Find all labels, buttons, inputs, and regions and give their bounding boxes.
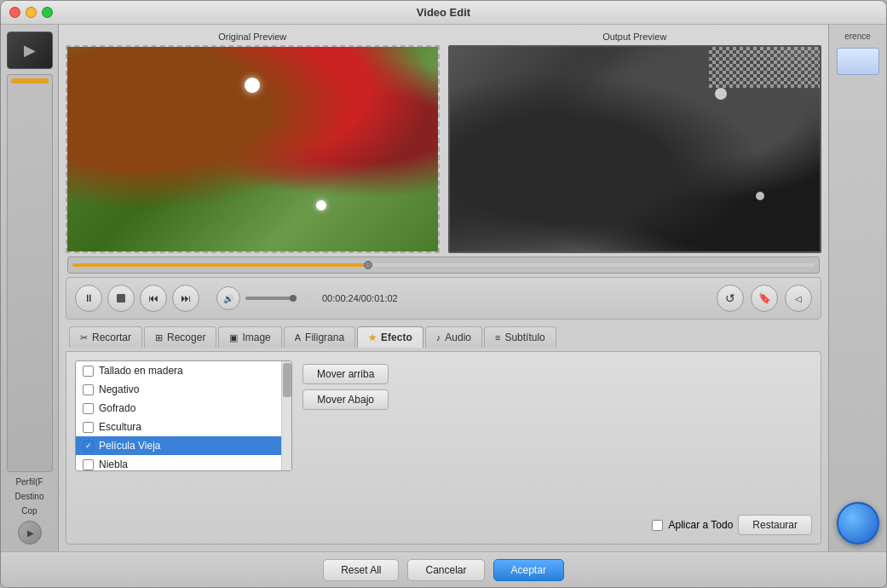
- footer-bar: Reset All Cancelar Aceptar: [1, 551, 886, 587]
- center-content: Original Preview Output Preview: [59, 25, 828, 551]
- audio-icon: ♪: [436, 332, 441, 343]
- effect-checkbox-pelicula[interactable]: ✓: [83, 441, 94, 452]
- volume-controls: 🔊 00:00:24/00:01:02: [216, 286, 398, 310]
- original-preview-label: Original Preview: [218, 32, 286, 42]
- volume-button[interactable]: 🔊: [216, 286, 240, 310]
- move-down-button[interactable]: Mover Abajo: [302, 389, 389, 410]
- recortar-icon: ✂: [80, 332, 88, 343]
- prev-button[interactable]: ⏮: [140, 285, 167, 312]
- effects-list: Tallado en madera Negativo Gofrado Escul…: [75, 360, 292, 471]
- effect-label-pelicula: Película Vieja: [99, 440, 161, 452]
- accept-button[interactable]: Aceptar: [493, 559, 564, 581]
- ref-label: erence: [844, 32, 871, 41]
- bookmark-icon: 🔖: [758, 292, 771, 304]
- pause-icon: ⏸: [84, 292, 94, 304]
- reset-all-button[interactable]: Reset All: [323, 559, 399, 581]
- destino-label: Destino: [15, 492, 44, 501]
- scroll-indicator: [11, 78, 49, 84]
- effect-item-niebla[interactable]: Niebla: [76, 455, 291, 471]
- tab-efecto[interactable]: ★ Efecto: [357, 326, 423, 348]
- image-icon: ▣: [229, 332, 238, 343]
- stop-icon: [117, 294, 125, 303]
- output-preview-video: [448, 45, 822, 253]
- blue-action-button[interactable]: [837, 502, 879, 545]
- tab-subtitulo-label: Subtítulo: [504, 331, 544, 343]
- tab-subtitulo[interactable]: ≡ Subtítulo: [484, 326, 556, 348]
- scrollbar-thumb: [283, 363, 291, 397]
- tab-recoger[interactable]: ⊞ Recoger: [144, 326, 216, 348]
- recoger-icon: ⊞: [155, 332, 163, 343]
- apply-all-label: Aplicar a Todo: [668, 519, 733, 531]
- effects-list-scrollbar[interactable]: [281, 361, 291, 470]
- window-controls: [9, 7, 53, 18]
- ref-input[interactable]: [837, 48, 879, 75]
- rotate-icon: ↺: [725, 291, 735, 305]
- playback-controls: ⏸ ⏮ ⏭: [75, 285, 199, 312]
- stop-button[interactable]: [107, 285, 135, 312]
- timeline[interactable]: [67, 257, 820, 274]
- minimize-button[interactable]: [26, 7, 37, 18]
- effects-buttons: Mover arriba Mover Abajo: [302, 364, 389, 535]
- perfil-label: Perfil(F: [15, 477, 43, 487]
- left-sidebar: ▶ Perfil(F Destino Cop ▶: [1, 25, 59, 551]
- apply-all-checkbox[interactable]: [652, 520, 663, 531]
- play-circle-btn[interactable]: ▶: [18, 521, 42, 545]
- right-controls: ↺ 🔖 ◁: [717, 285, 812, 312]
- volume-icon: 🔊: [223, 294, 233, 303]
- maximize-button[interactable]: [42, 7, 53, 18]
- video-icon: ▶: [7, 32, 53, 69]
- tab-efecto-label: Efecto: [381, 331, 412, 343]
- tab-audio-label: Audio: [445, 331, 471, 343]
- rotate-button[interactable]: ↺: [717, 285, 744, 312]
- timeline-thumb[interactable]: [364, 261, 372, 269]
- bookmark-button[interactable]: 🔖: [751, 285, 778, 312]
- effect-checkbox-escultura[interactable]: [83, 422, 94, 433]
- output-preview-label: Output Preview: [602, 32, 666, 42]
- effect-label-negativo: Negativo: [99, 383, 139, 395]
- effect-checkbox-tallado[interactable]: [83, 366, 94, 377]
- window-title: Video Edit: [417, 6, 470, 19]
- audio-out-icon: ◁: [795, 294, 802, 303]
- effects-right-controls: Aplicar a Todo Restaurar: [652, 360, 812, 535]
- close-button[interactable]: [9, 7, 20, 18]
- effect-item-escultura[interactable]: Escultura: [76, 418, 291, 436]
- effect-item-pelicula[interactable]: ✓ Película Vieja: [76, 436, 291, 455]
- effect-item-negativo[interactable]: Negativo: [76, 380, 291, 399]
- move-up-button[interactable]: Mover arriba: [302, 364, 389, 384]
- prev-icon: ⏮: [148, 292, 158, 304]
- effect-checkbox-gofrado[interactable]: [83, 403, 94, 414]
- effect-checkbox-negativo[interactable]: [83, 384, 94, 395]
- restore-button[interactable]: Restaurar: [738, 515, 812, 535]
- next-button[interactable]: ⏭: [172, 285, 199, 312]
- right-sidebar: erence: [828, 25, 886, 551]
- tab-filigrana-label: Filigrana: [305, 331, 344, 343]
- time-display: 00:00:24/00:01:02: [322, 293, 398, 303]
- pause-button[interactable]: ⏸: [75, 285, 102, 312]
- volume-slider[interactable]: [245, 297, 314, 300]
- effects-panel: Tallado en madera Negativo Gofrado Escul…: [66, 351, 821, 545]
- tab-image-label: Image: [242, 331, 270, 343]
- effect-checkbox-niebla[interactable]: [83, 459, 94, 470]
- cancel-button[interactable]: Cancelar: [407, 559, 484, 581]
- next-icon: ⏭: [181, 292, 191, 304]
- tab-image[interactable]: ▣ Image: [218, 326, 281, 348]
- titlebar: Video Edit: [1, 1, 886, 25]
- tab-audio[interactable]: ♪ Audio: [425, 326, 482, 348]
- sidebar-scroll[interactable]: [7, 74, 53, 472]
- efecto-icon: ★: [368, 332, 377, 343]
- effect-label-niebla: Niebla: [99, 458, 128, 470]
- output-preview-panel: Output Preview: [448, 32, 822, 253]
- audio-out-button[interactable]: ◁: [785, 285, 812, 312]
- tab-filigrana[interactable]: A Filigrana: [284, 326, 355, 348]
- effect-label-gofrado: Gofrado: [99, 402, 135, 414]
- effect-item-gofrado[interactable]: Gofrado: [76, 399, 291, 418]
- tab-bar: ✂ Recortar ⊞ Recoger ▣ Image A Filigrana…: [66, 323, 821, 348]
- effect-label-tallado: Tallado en madera: [99, 365, 183, 377]
- subtitulo-icon: ≡: [495, 332, 500, 343]
- original-preview-video: [66, 45, 440, 253]
- apply-all-row: Aplicar a Todo Restaurar: [652, 515, 812, 535]
- original-preview-panel: Original Preview: [66, 32, 440, 253]
- effect-item-tallado[interactable]: Tallado en madera: [76, 361, 291, 380]
- copy-label: Cop: [21, 506, 37, 516]
- tab-recortar[interactable]: ✂ Recortar: [69, 326, 142, 348]
